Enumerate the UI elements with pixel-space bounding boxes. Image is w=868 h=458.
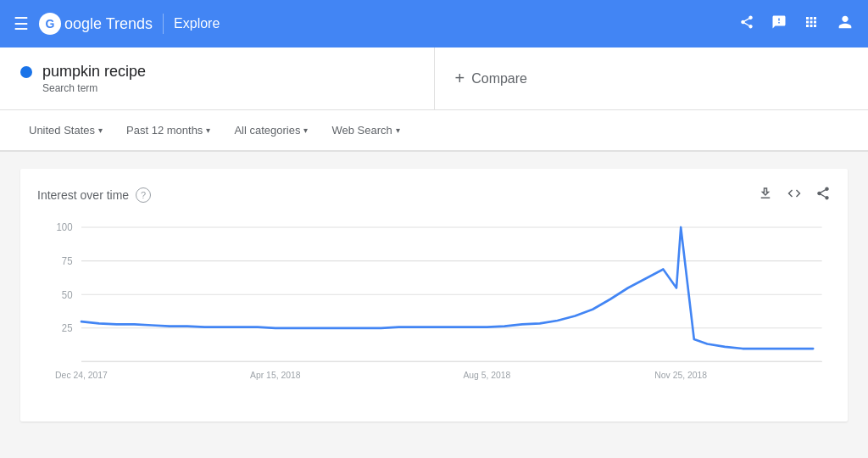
term-type: Search term [42, 82, 146, 94]
explore-label: Explore [174, 16, 220, 31]
compare-plus-icon: + [455, 69, 465, 88]
svg-text:Dec 24, 2017: Dec 24, 2017 [55, 370, 108, 380]
chart-header: Interest over time ? [37, 186, 831, 204]
filters-bar: United States ▾ Past 12 months ▾ All cat… [0, 110, 868, 152]
chart-title-area: Interest over time ? [37, 187, 151, 203]
region-filter[interactable]: United States ▾ [20, 119, 111, 142]
header-divider [163, 14, 164, 34]
search-term-box: pumpkin recipe Search term [0, 47, 435, 109]
help-icon[interactable]: ? [136, 187, 151, 203]
region-chevron-icon: ▾ [98, 126, 103, 135]
term-name: pumpkin recipe [42, 63, 146, 81]
interest-over-time-chart: 100 75 50 25 Dec 24, 2017 Apr 15, 2018 A… [37, 218, 831, 405]
category-filter[interactable]: All categories ▾ [225, 119, 316, 142]
chart-area: 100 75 50 25 Dec 24, 2017 Apr 15, 2018 A… [37, 218, 831, 405]
share-chart-icon[interactable] [815, 186, 831, 204]
region-label: United States [29, 124, 95, 137]
chart-title: Interest over time [37, 188, 129, 202]
search-type-label: Web Search [331, 124, 392, 137]
chart-card: Interest over time ? [20, 169, 848, 422]
account-icon[interactable] [836, 13, 854, 36]
term-info: pumpkin recipe Search term [42, 63, 146, 94]
search-type-chevron-icon: ▾ [396, 126, 400, 135]
hamburger-icon[interactable]: ☰ [14, 14, 29, 34]
header-right [739, 13, 854, 36]
svg-text:25: 25 [62, 322, 73, 333]
svg-text:Nov 25, 2018: Nov 25, 2018 [654, 370, 707, 380]
search-area: pumpkin recipe Search term + Compare [0, 47, 868, 110]
logo-text: oogle Trends [64, 15, 153, 33]
svg-text:50: 50 [62, 288, 73, 299]
svg-text:Aug 5, 2018: Aug 5, 2018 [463, 370, 510, 380]
term-dot [20, 66, 32, 78]
header: ☰ G oogle Trends Explore [0, 0, 868, 47]
time-chevron-icon: ▾ [206, 126, 210, 135]
logo: G oogle Trends [39, 13, 153, 35]
compare-box[interactable]: + Compare [435, 47, 869, 109]
feedback-icon[interactable] [771, 14, 787, 34]
download-icon[interactable] [758, 186, 773, 204]
embed-icon[interactable] [787, 186, 802, 204]
svg-text:100: 100 [57, 221, 74, 232]
svg-text:75: 75 [62, 255, 73, 266]
time-label: Past 12 months [126, 124, 203, 137]
logo-g: G [39, 13, 61, 35]
category-label: All categories [234, 124, 300, 137]
header-left: ☰ G oogle Trends Explore [14, 13, 726, 35]
category-chevron-icon: ▾ [303, 126, 308, 135]
time-filter[interactable]: Past 12 months ▾ [118, 119, 219, 142]
chart-actions [758, 186, 831, 204]
apps-icon[interactable] [804, 14, 819, 34]
compare-text: Compare [471, 71, 527, 87]
search-type-filter[interactable]: Web Search ▾ [323, 119, 408, 142]
svg-text:Apr 15, 2018: Apr 15, 2018 [250, 370, 301, 380]
share-icon[interactable] [739, 14, 754, 34]
main-content: Interest over time ? [0, 152, 868, 438]
